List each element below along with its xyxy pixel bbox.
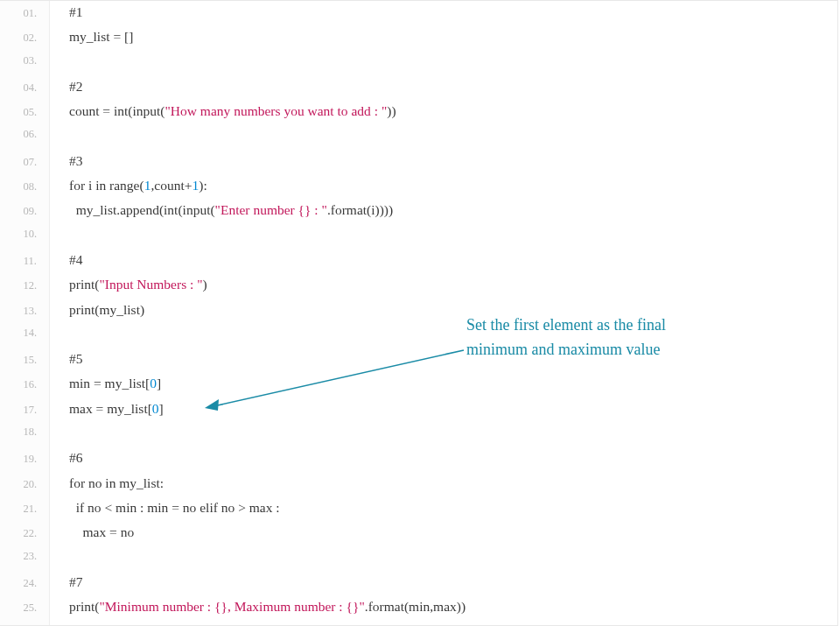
code-lines-container: 01.#102.my_list = []03.04.#205.count = i… bbox=[0, 1, 837, 623]
code-content: #1 bbox=[50, 4, 83, 20]
code-token: "Input Numbers : " bbox=[99, 277, 202, 292]
code-line: 06. bbox=[0, 128, 837, 152]
code-token: "How many numbers you want to add : " bbox=[164, 103, 387, 118]
code-content: max = no bbox=[50, 524, 134, 540]
code-token: .format(i)))) bbox=[327, 202, 393, 217]
code-token: "Enter number {} : " bbox=[215, 202, 327, 217]
code-content: if no < min : min = no elif no > max : bbox=[50, 500, 280, 516]
code-line: 09. my_list.append(int(input("Enter numb… bbox=[0, 202, 837, 227]
code-token: ,count+ bbox=[150, 178, 192, 193]
line-number: 14. bbox=[0, 327, 50, 340]
line-number: 16. bbox=[0, 378, 50, 391]
line-number: 02. bbox=[0, 32, 50, 45]
code-line: 16.min = my_list[0] bbox=[0, 376, 837, 400]
code-token: #3 bbox=[69, 153, 83, 168]
code-content: #4 bbox=[50, 252, 83, 268]
code-token: count = int(input( bbox=[69, 103, 164, 118]
code-line: 23. bbox=[0, 550, 837, 574]
code-content: min = my_list[0] bbox=[50, 376, 161, 391]
line-number: 03. bbox=[0, 54, 50, 67]
code-content: #7 bbox=[50, 574, 83, 590]
code-token: my_list = [] bbox=[69, 29, 133, 44]
code-line: 08.for i in range(1,count+1): bbox=[0, 178, 837, 202]
code-content: print("Input Numbers : ") bbox=[50, 277, 207, 292]
code-content: print(my_list) bbox=[50, 302, 144, 318]
line-number: 17. bbox=[0, 404, 50, 417]
line-number: 12. bbox=[0, 279, 50, 292]
line-number: 05. bbox=[0, 106, 50, 119]
code-token: print(my_list) bbox=[69, 302, 144, 317]
code-line: 14. bbox=[0, 327, 837, 351]
code-line: 18. bbox=[0, 426, 837, 450]
code-content: max = my_list[0] bbox=[50, 401, 164, 417]
code-line: 02.my_list = [] bbox=[0, 29, 837, 53]
line-number: 06. bbox=[0, 128, 50, 141]
annotation-line-1: Set the first element as the final bbox=[466, 313, 666, 338]
code-token: #4 bbox=[69, 252, 83, 267]
code-token: ] bbox=[157, 376, 161, 390]
code-line: 03. bbox=[0, 54, 837, 79]
line-number: 07. bbox=[0, 156, 50, 169]
code-token: "Minimum number : {}, Maximum number : {… bbox=[99, 599, 364, 614]
code-line: 12.print("Input Numbers : ") bbox=[0, 277, 837, 301]
line-number: 10. bbox=[0, 228, 50, 241]
code-token: )) bbox=[387, 103, 396, 118]
code-token: print( bbox=[69, 277, 99, 292]
code-token: #2 bbox=[69, 79, 83, 94]
code-content: for i in range(1,count+1): bbox=[50, 178, 207, 193]
code-line: 04.#2 bbox=[0, 79, 837, 103]
code-content: #5 bbox=[50, 351, 83, 367]
code-content: print("Minimum number : {}, Maximum numb… bbox=[50, 599, 466, 615]
line-number: 24. bbox=[0, 577, 50, 590]
code-token: my_list.append(int(input( bbox=[69, 202, 215, 217]
code-content: #6 bbox=[50, 450, 83, 466]
code-content: my_list.append(int(input("Enter number {… bbox=[50, 202, 393, 218]
code-token: ) bbox=[203, 277, 207, 292]
code-line: 13.print(my_list) bbox=[0, 302, 837, 327]
code-content: #3 bbox=[50, 153, 83, 169]
code-content: #2 bbox=[50, 79, 83, 95]
code-line: 07.#3 bbox=[0, 153, 837, 178]
line-number: 08. bbox=[0, 180, 50, 193]
line-number: 13. bbox=[0, 305, 50, 318]
code-line: 21. if no < min : min = no elif no > max… bbox=[0, 500, 837, 524]
code-token: for i in range( bbox=[69, 178, 144, 193]
code-content: count = int(input("How many numbers you … bbox=[50, 103, 396, 119]
line-number: 19. bbox=[0, 453, 50, 466]
code-line: 01.#1 bbox=[0, 4, 837, 29]
line-number: 18. bbox=[0, 426, 50, 439]
code-line: 15.#5 bbox=[0, 351, 837, 376]
line-number: 09. bbox=[0, 205, 50, 218]
code-line: 10. bbox=[0, 228, 837, 252]
code-token: ] bbox=[159, 401, 164, 416]
code-line: 24.#7 bbox=[0, 574, 837, 599]
line-number: 23. bbox=[0, 550, 50, 563]
code-token: ): bbox=[199, 178, 206, 193]
line-number: 21. bbox=[0, 503, 50, 516]
code-token: print( bbox=[69, 599, 99, 614]
code-token: min = my_list[ bbox=[69, 376, 150, 390]
code-line: 11.#4 bbox=[0, 252, 837, 277]
code-line: 17.max = my_list[0] bbox=[0, 401, 837, 426]
code-token: if no < min : min = no elif no > max : bbox=[69, 500, 280, 515]
code-token: #6 bbox=[69, 450, 83, 465]
code-token: #1 bbox=[69, 4, 83, 19]
code-line: 19.#6 bbox=[0, 450, 837, 475]
line-number: 11. bbox=[0, 255, 50, 268]
code-line: 05.count = int(input("How many numbers y… bbox=[0, 103, 837, 128]
line-number: 25. bbox=[0, 601, 50, 615]
code-token: 0 bbox=[150, 376, 157, 390]
code-line: 20.for no in my_list: bbox=[0, 475, 837, 500]
code-content: my_list = [] bbox=[50, 29, 133, 45]
code-line: 22. max = no bbox=[0, 524, 837, 549]
annotation-text: Set the first element as the final minim… bbox=[466, 313, 666, 362]
code-token: for no in my_list: bbox=[69, 475, 164, 490]
code-content: for no in my_list: bbox=[50, 475, 164, 491]
code-token: #5 bbox=[69, 351, 83, 366]
line-number: 01. bbox=[0, 7, 50, 20]
code-block: 01.#102.my_list = []03.04.#205.count = i… bbox=[0, 0, 838, 626]
code-token: max = my_list[ bbox=[69, 401, 152, 416]
code-token: .format(min,max)) bbox=[365, 599, 466, 614]
line-number: 22. bbox=[0, 527, 50, 540]
line-number: 04. bbox=[0, 81, 50, 95]
